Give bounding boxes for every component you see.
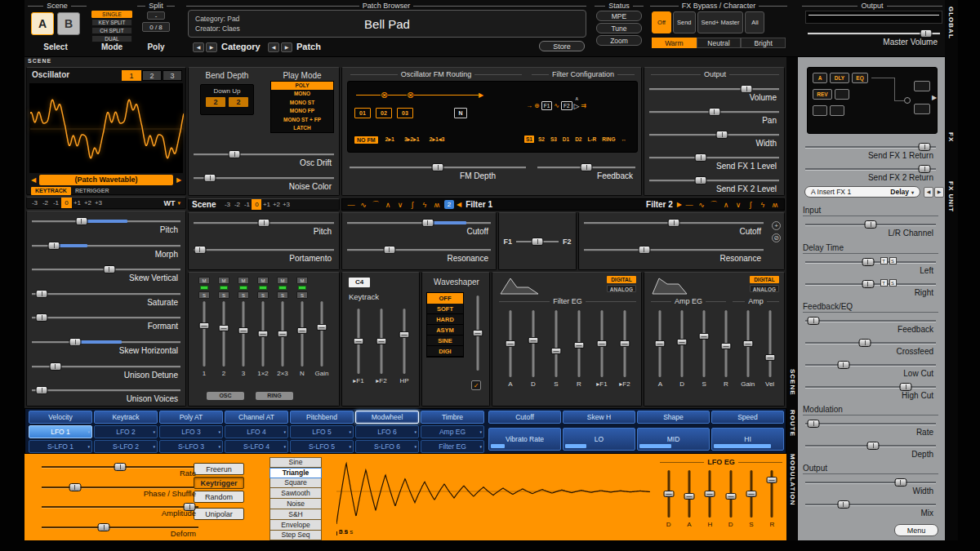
mod-source-button[interactable]: Velocity bbox=[29, 411, 92, 424]
chevron-down-icon[interactable]: ▾ bbox=[87, 429, 90, 434]
slider-handle[interactable] bbox=[862, 280, 874, 288]
fx-param-slider[interactable]: Low Cut bbox=[803, 357, 938, 379]
output-slider[interactable]: Volume bbox=[647, 81, 782, 104]
slider-handle[interactable] bbox=[837, 361, 849, 369]
patch-prev-button[interactable]: ◀ bbox=[268, 42, 279, 52]
amp-eg-slider[interactable]: R bbox=[715, 309, 737, 388]
lfo-eg-slider[interactable]: H bbox=[700, 469, 720, 528]
character-option[interactable]: Bright bbox=[741, 38, 786, 48]
filter2-slider[interactable]: Resonance bbox=[581, 242, 766, 269]
master-volume-slider[interactable]: Master Volume bbox=[805, 25, 942, 48]
slider-handle[interactable] bbox=[620, 340, 630, 347]
slider-handle[interactable] bbox=[103, 265, 115, 273]
chevron-down-icon[interactable]: ▾ bbox=[479, 429, 482, 434]
osc-param-slider[interactable]: Skew Vertical bbox=[29, 261, 183, 286]
play-mode-option[interactable]: MONO FP bbox=[271, 107, 333, 115]
osc-param-slider[interactable]: Saturate bbox=[29, 286, 183, 310]
chevron-down-icon[interactable]: ▾ bbox=[153, 429, 155, 434]
slider-handle[interactable] bbox=[354, 338, 364, 344]
filter-type-icon[interactable]: — bbox=[684, 201, 694, 209]
filter-balance-slider[interactable] bbox=[516, 237, 559, 247]
keytrack-toggle[interactable]: KEYTRACK bbox=[31, 187, 71, 195]
slider-handle[interactable] bbox=[699, 333, 710, 340]
chevron-down-icon[interactable]: ▾ bbox=[414, 429, 416, 434]
slider-handle[interactable] bbox=[581, 163, 593, 171]
fm-noise-box[interactable]: N bbox=[454, 108, 467, 118]
slider-handle[interactable] bbox=[716, 131, 728, 139]
macro-control[interactable]: MID bbox=[637, 428, 710, 451]
octave-option[interactable]: 0 bbox=[61, 198, 72, 208]
fx-param-slider[interactable]: Width bbox=[803, 474, 938, 496]
slider-handle[interactable] bbox=[862, 258, 874, 266]
mute-button[interactable]: M bbox=[257, 277, 269, 284]
lfo-trigger-option[interactable]: Keytrigger bbox=[194, 477, 244, 489]
slider-handle[interactable] bbox=[655, 340, 666, 347]
mod-source-slfo-button[interactable]: Filter EG▾ bbox=[421, 440, 484, 453]
slider-handle[interactable] bbox=[532, 238, 544, 246]
play-mode-option[interactable]: MONO ST bbox=[271, 99, 333, 107]
slider-handle[interactable] bbox=[574, 342, 585, 349]
filter-config-option[interactable]: ↔ bbox=[620, 136, 629, 143]
slider-handle[interactable] bbox=[258, 331, 269, 337]
route-edge-tab[interactable]: ROUTE bbox=[789, 410, 796, 437]
filter-type-icon[interactable]: ⌒ bbox=[709, 199, 719, 210]
oscillator-waveform-display[interactable] bbox=[29, 83, 183, 173]
digital-mode-option[interactable]: DIGITAL bbox=[607, 276, 636, 283]
slider-handle[interactable] bbox=[238, 327, 249, 334]
fx-param-slider[interactable]: Rate bbox=[803, 415, 938, 438]
slider-handle[interactable] bbox=[432, 163, 444, 171]
osc-param-slider[interactable]: Morph bbox=[29, 238, 183, 262]
scene-mode-option[interactable]: KEY SPLIT bbox=[91, 19, 132, 26]
scene-octave-option[interactable]: +1 bbox=[261, 199, 271, 210]
analog-mode-option[interactable]: ANALOG bbox=[607, 285, 636, 292]
slider-handle[interactable] bbox=[808, 420, 820, 428]
mod-source-lfo-button[interactable]: LFO 4▾ bbox=[225, 425, 288, 438]
filter-config-option[interactable]: S1 bbox=[524, 136, 534, 143]
lfo-shape-option[interactable]: Sawtooth bbox=[270, 488, 322, 499]
fx-param-slider[interactable]: Feedback bbox=[803, 313, 938, 335]
filter-eg-slider[interactable]: ▸F1 bbox=[590, 309, 613, 388]
lfo-shape-option[interactable]: Envelope bbox=[270, 520, 322, 531]
wavetable-selector[interactable]: ◀ (Patch Wavetable) ▶ bbox=[29, 175, 183, 185]
lfo-trigger-option[interactable]: Random bbox=[194, 491, 244, 503]
mixer-channel[interactable]: M S 3 bbox=[234, 277, 252, 377]
mute-button[interactable]: M bbox=[218, 277, 229, 284]
mod-source-slfo-button[interactable]: S-LFO 2▾ bbox=[94, 440, 158, 453]
slider-handle[interactable] bbox=[258, 219, 270, 227]
output-slider[interactable]: Width bbox=[647, 127, 782, 149]
filter-config-option[interactable]: RING bbox=[600, 136, 617, 143]
fm-osc3-box[interactable]: 03 bbox=[397, 108, 413, 118]
scene-mode-option[interactable]: SINGLE bbox=[91, 11, 132, 18]
slider-handle[interactable] bbox=[705, 491, 715, 497]
fx-param-slider[interactable]: TS Right bbox=[803, 276, 938, 298]
slider-handle[interactable] bbox=[663, 491, 674, 497]
character-option[interactable]: Warm bbox=[652, 38, 697, 48]
lfo-shape-option[interactable]: S&H bbox=[270, 509, 322, 520]
mod-source-lfo-button[interactable]: LFO 3▾ bbox=[159, 425, 223, 438]
scene-octave-option[interactable]: +2 bbox=[271, 199, 281, 210]
slider-handle[interactable] bbox=[695, 176, 707, 184]
channel-level-slider[interactable] bbox=[256, 300, 270, 368]
slider-handle[interactable] bbox=[919, 165, 931, 173]
filter2-slider[interactable]: Cutoff bbox=[581, 215, 766, 242]
slider-handle[interactable] bbox=[867, 442, 880, 450]
bend-depth-control[interactable]: Down Up 2 2 bbox=[200, 84, 254, 115]
amp-eg-slider[interactable]: D bbox=[671, 309, 693, 388]
scene-octave-option[interactable]: 0 bbox=[252, 199, 261, 210]
slider-handle[interactable] bbox=[194, 246, 206, 254]
lfo-shape-option[interactable]: Noise bbox=[270, 499, 322, 509]
wavetable-prev-icon[interactable]: ◀ bbox=[29, 176, 38, 184]
filter-config-option[interactable]: S2 bbox=[537, 136, 546, 143]
fx-bypass-option[interactable]: Send+ Master bbox=[697, 11, 744, 33]
lfo-eg-slider[interactable]: D bbox=[720, 469, 741, 528]
fx-slot-dly[interactable]: DLY bbox=[830, 73, 849, 83]
slider-handle[interactable] bbox=[506, 340, 516, 347]
waveshaper-drive-slider[interactable] bbox=[471, 294, 484, 372]
lfo-shape-option[interactable]: Sine bbox=[270, 457, 322, 468]
filter-eg-slider[interactable]: R bbox=[568, 309, 590, 388]
fx-param-slider[interactable]: Depth bbox=[803, 438, 938, 460]
category-prev-button[interactable]: ◀ bbox=[193, 42, 204, 52]
solo-button[interactable]: S bbox=[218, 291, 229, 299]
channel-level-slider[interactable] bbox=[237, 300, 250, 368]
tempo-sync-toggles[interactable]: TS bbox=[880, 257, 897, 264]
